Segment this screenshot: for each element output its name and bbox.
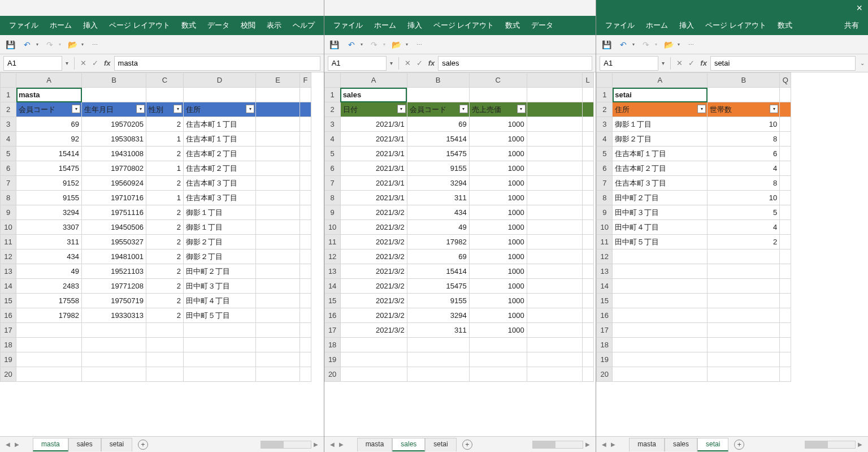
row-header[interactable]: 12 [324, 249, 340, 264]
row-header[interactable]: 8 [1, 191, 16, 205]
row-header[interactable]: 5 [1, 147, 16, 161]
cell[interactable] [300, 323, 311, 338]
cell[interactable] [708, 308, 780, 323]
cell[interactable] [300, 147, 311, 161]
cell[interactable]: 19710716 [82, 191, 146, 205]
add-sheet-icon[interactable]: + [734, 440, 744, 450]
column-header[interactable]: F [300, 73, 311, 88]
cell[interactable] [527, 161, 582, 176]
cell[interactable]: 4 [708, 161, 780, 176]
cell[interactable] [780, 323, 791, 338]
cell[interactable] [256, 220, 300, 235]
ribbon-tab[interactable]: 校閲 [235, 17, 261, 34]
cell[interactable] [146, 352, 184, 367]
cell[interactable]: 2021/3/2 [340, 294, 407, 308]
cell[interactable] [256, 264, 300, 279]
cell[interactable] [527, 338, 582, 352]
cell[interactable]: 9155 [407, 294, 469, 308]
cell[interactable] [300, 367, 311, 382]
cell[interactable]: 6 [708, 147, 780, 161]
add-sheet-icon[interactable]: + [462, 440, 472, 450]
filter-dropdown-icon[interactable]: ▾ [72, 105, 80, 113]
cell[interactable] [780, 205, 791, 220]
cell[interactable] [582, 102, 593, 117]
filter-dropdown-icon[interactable]: ▾ [173, 105, 182, 113]
row-header[interactable]: 20 [597, 367, 613, 382]
enter-icon[interactable]: ✓ [416, 59, 423, 67]
folder-dropdown-icon[interactable]: ▾ [678, 42, 680, 47]
cell[interactable] [82, 323, 146, 338]
cell[interactable] [582, 367, 593, 382]
cell[interactable]: 19450506 [82, 220, 146, 235]
table-header-cell[interactable]: 日付▾ [340, 102, 407, 117]
cell[interactable]: 2021/3/1 [340, 161, 407, 176]
row-header[interactable]: 2 [324, 102, 340, 117]
cell[interactable]: 311 [407, 323, 469, 338]
cell[interactable] [340, 338, 407, 352]
cell[interactable] [256, 249, 300, 264]
column-header[interactable] [527, 73, 582, 88]
cell[interactable] [582, 132, 593, 147]
row-header[interactable]: 15 [597, 294, 613, 308]
column-header[interactable]: B [708, 73, 780, 88]
redo-dropdown-icon[interactable]: ▾ [655, 42, 657, 47]
row-header[interactable]: 7 [324, 176, 340, 191]
save-icon[interactable]: 💾 [601, 39, 612, 50]
name-box[interactable] [600, 56, 658, 71]
cell[interactable] [82, 88, 146, 102]
cell[interactable]: 2 [146, 294, 184, 308]
cell[interactable] [527, 205, 582, 220]
filter-dropdown-icon[interactable]: ▾ [136, 105, 145, 113]
filter-dropdown-icon[interactable]: ▾ [770, 105, 778, 113]
table-header-cell[interactable]: 売上売価▾ [469, 102, 527, 117]
cell[interactable] [527, 323, 582, 338]
table-header-cell[interactable]: 性別▾ [146, 102, 184, 117]
fx-icon[interactable]: fx [428, 59, 435, 67]
cell[interactable]: 9155 [407, 161, 469, 176]
cell[interactable]: 69 [407, 117, 469, 132]
cell[interactable]: 1000 [469, 161, 527, 176]
table-header-cell[interactable]: 会員コード▾ [407, 102, 469, 117]
cell[interactable] [407, 338, 469, 352]
ribbon-tab[interactable]: ヘルプ [287, 17, 320, 34]
undo-dropdown-icon[interactable]: ▾ [36, 42, 38, 47]
cell[interactable] [527, 220, 582, 235]
cell[interactable]: 19431008 [82, 147, 146, 161]
row-header[interactable]: 10 [597, 220, 613, 235]
cell[interactable] [780, 264, 791, 279]
cell[interactable] [256, 117, 300, 132]
cell[interactable] [708, 88, 780, 102]
cell[interactable] [300, 220, 311, 235]
cell[interactable]: 2021/3/2 [340, 308, 407, 323]
filter-dropdown-icon[interactable]: ▾ [517, 105, 526, 113]
table-header-cell[interactable]: 住所▾ [613, 102, 708, 117]
cell[interactable] [613, 264, 708, 279]
row-header[interactable]: 5 [324, 147, 340, 161]
open-folder-icon[interactable]: 📂 [663, 39, 674, 50]
cell[interactable] [582, 205, 593, 220]
cell[interactable] [527, 132, 582, 147]
cell[interactable]: 1000 [469, 323, 527, 338]
cell[interactable] [582, 191, 593, 205]
ribbon-tab[interactable]: 表示 [261, 17, 287, 34]
table-header-cell[interactable]: 世帯数▾ [708, 102, 780, 117]
cell[interactable]: 住吉本町２丁目 [613, 161, 708, 176]
cell[interactable] [82, 352, 146, 367]
ribbon-tab[interactable]: 挿入 [402, 17, 428, 34]
cell[interactable]: 19570205 [82, 117, 146, 132]
cell[interactable]: 10 [708, 191, 780, 205]
cell[interactable] [146, 323, 184, 338]
fx-icon[interactable]: fx [104, 59, 111, 67]
cell[interactable] [256, 132, 300, 147]
cell[interactable]: 2 [146, 308, 184, 323]
cell[interactable]: 御影１丁目 [184, 205, 256, 220]
cell[interactable] [300, 176, 311, 191]
cell[interactable]: 1000 [469, 235, 527, 249]
cell[interactable] [146, 367, 184, 382]
ribbon-tab[interactable]: ファイル [328, 17, 368, 34]
select-all-corner[interactable] [324, 73, 340, 88]
cell[interactable]: 住吉本町３丁目 [184, 191, 256, 205]
sheet-nav-next-icon[interactable]: ▶ [337, 441, 346, 447]
cell[interactable] [780, 220, 791, 235]
cell[interactable]: 2021/3/2 [340, 220, 407, 235]
